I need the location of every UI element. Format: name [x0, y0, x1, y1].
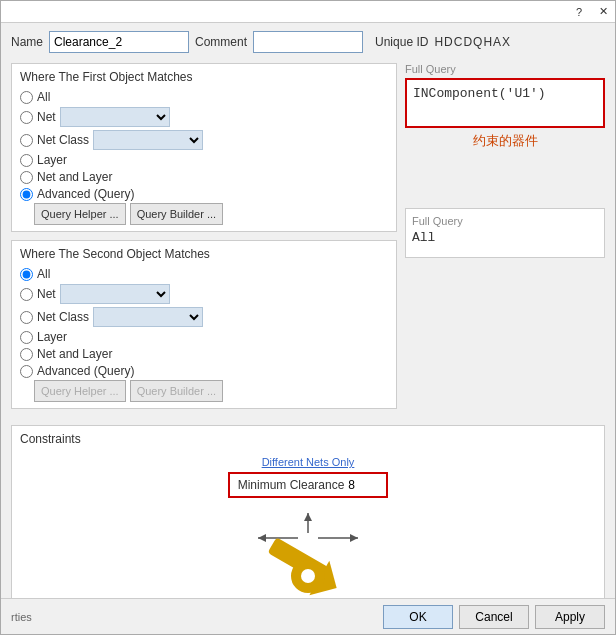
svg-point-9 — [301, 569, 315, 583]
title-bar: ? ✕ — [1, 1, 615, 23]
min-clearance-label: Minimum Clearance — [238, 478, 345, 492]
first-object-title: Where The First Object Matches — [20, 70, 388, 84]
name-row: Name Comment Unique ID HDCDQHAX — [11, 31, 605, 53]
clearance-svg — [208, 508, 408, 598]
second-object-title: Where The Second Object Matches — [20, 247, 388, 261]
first-netandlayer-row: Net and Layer — [20, 170, 388, 184]
different-nets-label[interactable]: Different Nets Only — [262, 456, 355, 468]
second-full-query-label: Full Query — [412, 215, 598, 227]
second-net-row: Net — [20, 284, 388, 304]
second-netclass-radio[interactable] — [20, 311, 33, 324]
svg-marker-3 — [350, 534, 358, 542]
second-advanced-label: Advanced (Query) — [37, 364, 134, 378]
bottom-bar: rties OK Cancel Apply — [1, 598, 615, 634]
second-netandlayer-label: Net and Layer — [37, 347, 112, 361]
second-all-radio[interactable] — [20, 268, 33, 281]
first-layer-label: Layer — [37, 153, 67, 167]
comment-label: Comment — [195, 35, 247, 49]
first-all-label: All — [37, 90, 50, 104]
second-net-radio[interactable] — [20, 288, 33, 301]
second-netclass-select[interactable] — [93, 307, 203, 327]
tab-label-text: rties — [11, 611, 377, 623]
chinese-annotation: 约束的器件 — [405, 132, 605, 150]
main-panels: Where The First Object Matches All Net — [11, 63, 605, 417]
min-clearance-input[interactable] — [348, 478, 378, 492]
first-query-builder-btn[interactable]: Query Builder ... — [130, 203, 223, 225]
first-full-query-label: Full Query — [405, 63, 605, 75]
first-netclass-label: Net Class — [37, 133, 89, 147]
second-advanced-row: Advanced (Query) — [20, 364, 388, 378]
first-btn-row: Query Helper ... Query Builder ... — [20, 203, 388, 225]
first-netclass-row: Net Class — [20, 130, 388, 150]
clearance-illustration — [208, 508, 408, 598]
second-netandlayer-radio[interactable] — [20, 348, 33, 361]
second-advanced-radio[interactable] — [20, 365, 33, 378]
second-btn-row: Query Helper ... Query Builder ... — [20, 380, 388, 402]
name-input[interactable] — [49, 31, 189, 53]
first-netclass-select[interactable] — [93, 130, 203, 150]
first-net-row: Net — [20, 107, 388, 127]
first-object-radio-group: All Net Net Class — [20, 90, 388, 201]
second-full-query-box: Full Query All — [405, 208, 605, 258]
svg-marker-1 — [258, 534, 266, 542]
second-netclass-row: Net Class — [20, 307, 388, 327]
second-all-label: All — [37, 267, 50, 281]
first-all-radio[interactable] — [20, 91, 33, 104]
left-panel: Where The First Object Matches All Net — [11, 63, 397, 417]
close-button[interactable]: ✕ — [595, 4, 611, 20]
second-net-select[interactable] — [60, 284, 170, 304]
first-netandlayer-label: Net and Layer — [37, 170, 112, 184]
first-netclass-radio[interactable] — [20, 134, 33, 147]
first-query-helper-btn[interactable]: Query Helper ... — [34, 203, 126, 225]
second-layer-label: Layer — [37, 330, 67, 344]
dialog-content: Name Comment Unique ID HDCDQHAX Where Th… — [1, 23, 615, 598]
second-netandlayer-row: Net and Layer — [20, 347, 388, 361]
second-layer-radio[interactable] — [20, 331, 33, 344]
constraints-section: Constraints Different Nets Only Minimum … — [11, 425, 605, 598]
first-layer-row: Layer — [20, 153, 388, 167]
first-all-row: All — [20, 90, 388, 104]
second-net-label: Net — [37, 287, 56, 301]
first-advanced-label: Advanced (Query) — [37, 187, 134, 201]
first-net-label: Net — [37, 110, 56, 124]
first-net-radio[interactable] — [20, 111, 33, 124]
second-full-query-text: All — [412, 230, 435, 245]
second-netclass-label: Net Class — [37, 310, 89, 324]
right-panel: Full Query INComponent('U1') 约束的器件 Full … — [405, 63, 605, 417]
unique-id-value: HDCDQHAX — [434, 35, 511, 49]
second-query-helper-btn: Query Helper ... — [34, 380, 126, 402]
first-netandlayer-radio[interactable] — [20, 171, 33, 184]
apply-button[interactable]: Apply — [535, 605, 605, 629]
unique-id-label: Unique ID — [375, 35, 428, 49]
second-object-radio-group: All Net Net Class — [20, 267, 388, 378]
first-advanced-row: Advanced (Query) — [20, 187, 388, 201]
min-clearance-box: Minimum Clearance — [228, 472, 389, 498]
svg-marker-5 — [304, 513, 312, 521]
cancel-button[interactable]: Cancel — [459, 605, 529, 629]
first-object-section: Where The First Object Matches All Net — [11, 63, 397, 232]
second-all-row: All — [20, 267, 388, 281]
first-net-select[interactable] — [60, 107, 170, 127]
first-advanced-radio[interactable] — [20, 188, 33, 201]
comment-input[interactable] — [253, 31, 363, 53]
second-query-builder-btn: Query Builder ... — [130, 380, 223, 402]
second-layer-row: Layer — [20, 330, 388, 344]
name-label: Name — [11, 35, 43, 49]
constraints-inner: Different Nets Only Minimum Clearance — [20, 452, 596, 598]
constraints-title: Constraints — [20, 432, 596, 446]
first-full-query-box: INComponent('U1') — [405, 78, 605, 128]
ok-button[interactable]: OK — [383, 605, 453, 629]
help-button[interactable]: ? — [571, 4, 587, 20]
first-full-query-text: INComponent('U1') — [413, 86, 546, 101]
first-layer-radio[interactable] — [20, 154, 33, 167]
second-object-section: Where The Second Object Matches All Net — [11, 240, 397, 409]
main-window: ? ✕ Name Comment Unique ID HDCDQHAX Wher… — [0, 0, 616, 635]
